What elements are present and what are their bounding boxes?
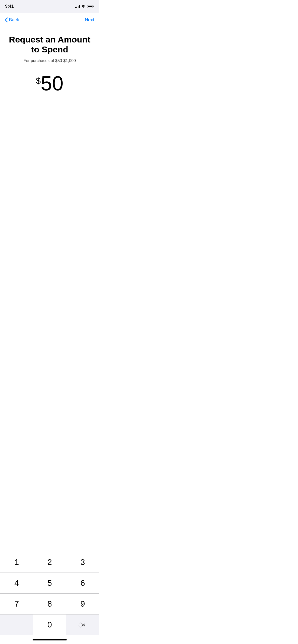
back-label: Back <box>9 17 19 23</box>
subtitle: For purchases of $50-$1,000 <box>8 58 92 63</box>
battery-icon <box>87 5 94 8</box>
amount-display: $ 50 <box>8 73 92 94</box>
currency-symbol: $ <box>36 76 41 85</box>
page-title: Request an Amount to Spend <box>8 35 92 54</box>
status-bar: 9:41 <box>0 0 99 13</box>
chevron-left-icon <box>5 18 8 22</box>
status-time: 9:41 <box>5 4 14 9</box>
wifi-icon <box>81 5 85 8</box>
signal-icon <box>75 5 80 8</box>
amount-value: 50 <box>41 73 63 94</box>
back-button[interactable]: Back <box>5 17 19 23</box>
status-icons <box>75 5 94 8</box>
main-content: Request an Amount to Spend For purchases… <box>0 27 99 94</box>
navigation-bar: Back Next <box>0 13 99 27</box>
next-button[interactable]: Next <box>85 17 94 23</box>
